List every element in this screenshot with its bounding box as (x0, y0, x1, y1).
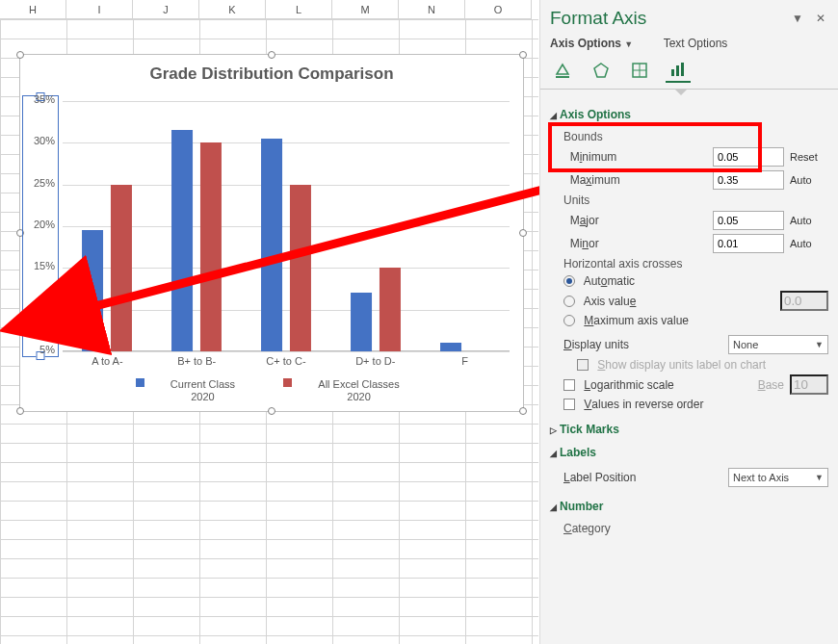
number-category-label: Category (563, 522, 828, 535)
x-tick-label: D+ to D- (330, 355, 420, 367)
effects-icon[interactable] (589, 58, 614, 83)
column-header[interactable]: O (465, 0, 532, 19)
column-header[interactable]: L (266, 0, 332, 19)
column-header[interactable]: K (199, 0, 266, 19)
section-number[interactable]: ◢Number (550, 497, 830, 516)
y-tick-label: 35% (26, 93, 55, 105)
resize-handle[interactable] (16, 407, 24, 415)
resize-handle[interactable] (268, 51, 275, 59)
crosses-header: Horizontal axis crosses (563, 257, 828, 270)
column-header[interactable]: I (66, 0, 133, 19)
legend-item[interactable]: All Excel Classes 2020 (274, 378, 417, 403)
show-display-units-check: Show display units label on chart (577, 358, 828, 372)
legend-swatch-icon (136, 378, 144, 387)
reverse-order-check[interactable]: Values in reverse order (563, 398, 828, 411)
section-tick-marks[interactable]: ▷Tick Marks (550, 420, 830, 439)
pane-scroll[interactable]: ◢Axis Options Bounds Minimum Reset Maxim… (540, 95, 838, 644)
log-scale-check[interactable]: Logarithmic scale Base (563, 374, 828, 395)
minor-auto-button[interactable]: Auto (790, 238, 828, 249)
y-tick-label: 20% (26, 219, 55, 230)
display-units-select[interactable]: None▼ (728, 335, 828, 354)
y-tick-label: 25% (26, 177, 55, 189)
maximum-label: Maximum (563, 173, 713, 187)
resize-handle[interactable] (268, 407, 275, 415)
column-header[interactable]: N (399, 0, 465, 19)
major-label: Major (563, 214, 713, 227)
close-icon[interactable]: ✕ (813, 12, 828, 25)
x-tick-label: C+ to C- (242, 355, 331, 367)
tab-text-options[interactable]: Text Options (664, 37, 728, 50)
x-tick-label: B+ to B- (152, 355, 242, 367)
fill-line-icon[interactable] (550, 58, 575, 83)
tab-axis-options[interactable]: Axis Options ▼ (550, 37, 641, 50)
task-pane-options-icon[interactable]: ▼ (790, 12, 805, 25)
y-tick-label: 5% (26, 344, 55, 355)
resize-handle[interactable] (519, 229, 527, 237)
resize-handle[interactable] (519, 407, 527, 415)
x-tick-label: A to A- (63, 355, 152, 367)
maximum-auto-button[interactable]: Auto (790, 174, 828, 186)
format-axis-pane: Format Axis ▼ ✕ Axis Options ▼ Text Opti… (539, 0, 838, 644)
bar[interactable] (380, 268, 401, 351)
section-labels[interactable]: ◢Labels (550, 443, 830, 462)
bar[interactable] (290, 185, 311, 351)
minor-label: Minor (563, 237, 713, 250)
bar[interactable] (261, 139, 282, 351)
units-header: Units (563, 193, 828, 207)
size-properties-icon[interactable] (627, 58, 652, 83)
crosses-max-radio[interactable]: Maximum axis value (563, 314, 828, 327)
label-position-label: Label Position (563, 471, 728, 484)
column-header[interactable]: H (0, 0, 66, 19)
major-auto-button[interactable]: Auto (790, 215, 828, 226)
y-tick-label: 10% (26, 302, 55, 314)
svg-marker-2 (594, 64, 608, 77)
crosses-value-radio[interactable]: Axis value (563, 291, 828, 311)
crosses-value-input[interactable] (780, 291, 828, 311)
resize-handle[interactable] (16, 51, 24, 59)
chart-object[interactable]: Grade Distribution Comparison 35%30%25%2… (19, 54, 524, 412)
svg-rect-1 (556, 76, 569, 78)
svg-rect-6 (671, 69, 674, 76)
column-header[interactable]: M (332, 0, 399, 19)
maximum-input[interactable] (713, 170, 784, 190)
x-tick-label: F (420, 355, 510, 367)
chart-title[interactable]: Grade Distribution Comparison (20, 64, 523, 84)
minor-input[interactable] (713, 234, 784, 253)
legend-swatch-icon (283, 378, 292, 387)
label-position-select[interactable]: Next to Axis▼ (728, 468, 828, 487)
log-base-input (790, 374, 828, 395)
display-units-label: Display units (563, 338, 728, 351)
pane-title: Format Axis (550, 8, 782, 29)
bar[interactable] (82, 230, 103, 351)
spreadsheet-grid: HIJKLMNO Grade Distribution Comparison 3… (0, 0, 538, 644)
crosses-auto-radio[interactable]: Automatic (563, 274, 828, 288)
section-axis-options[interactable]: ◢Axis Options (550, 105, 830, 124)
axis-options-icon[interactable] (666, 58, 691, 83)
bar[interactable] (111, 185, 132, 351)
major-input[interactable] (713, 211, 784, 230)
bar[interactable] (440, 343, 461, 351)
y-tick-label: 15% (26, 260, 55, 271)
bar[interactable] (351, 293, 372, 351)
bar[interactable] (171, 130, 193, 351)
resize-handle[interactable] (519, 51, 527, 59)
legend-item[interactable]: Current Class 2020 (126, 378, 250, 403)
callout-box (548, 122, 762, 172)
x-axis-labels: A to A-B+ to B-C+ to C-D+ to D-F (63, 355, 510, 367)
legend[interactable]: Current Class 2020 All Excel Classes 202… (20, 378, 523, 403)
svg-rect-8 (681, 63, 684, 76)
bar[interactable] (200, 142, 222, 351)
column-header[interactable]: J (133, 0, 199, 19)
svg-rect-7 (676, 65, 679, 76)
y-tick-label: 30% (26, 135, 55, 146)
minimum-reset-button[interactable]: Reset (790, 151, 828, 163)
plot-area[interactable] (63, 101, 510, 351)
